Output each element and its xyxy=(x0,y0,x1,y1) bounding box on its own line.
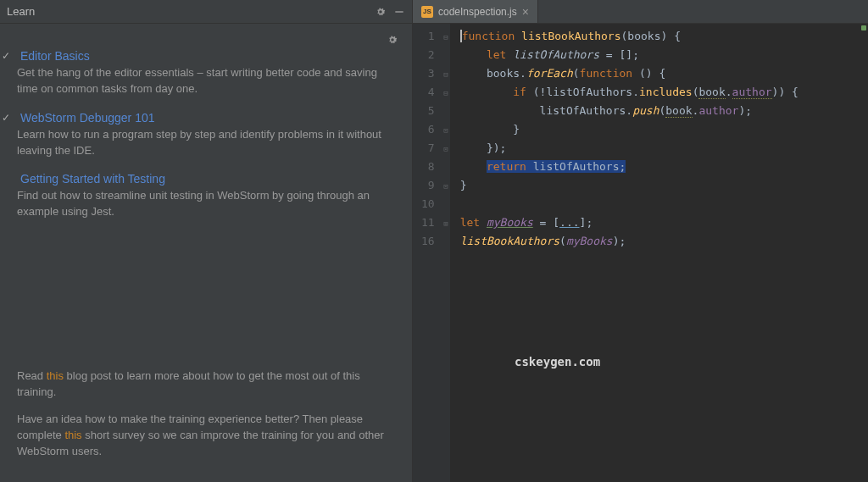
lesson-title-link[interactable]: WebStorm Debugger 101 xyxy=(20,111,155,125)
line-number: 10 xyxy=(421,197,435,210)
line-number: 6 xyxy=(428,123,435,136)
fold-end-icon[interactable]: ⊡ xyxy=(443,140,448,158)
survey-link[interactable]: this xyxy=(64,429,81,441)
code-line: } xyxy=(460,120,868,139)
lesson-title-link[interactable]: Getting Started with Testing xyxy=(20,172,165,186)
code-line: if (!listOfAuthors.includes(book.author)… xyxy=(460,83,868,102)
line-number: 7 xyxy=(428,141,435,154)
lesson-description: Learn how to run a program step by step … xyxy=(17,127,398,159)
gear-icon[interactable] xyxy=(375,6,387,18)
line-number: 8 xyxy=(428,160,435,173)
footer-text: Read this blog post to learn more about … xyxy=(17,368,398,401)
gutter: 1⊟ 2 3⊟ 4⊟ 5 6⊡ 7⊡ 8 9⊡ 10 11⊞ 16 xyxy=(413,24,450,482)
js-file-icon: JS xyxy=(421,6,433,18)
tab-label: codeInspection.js xyxy=(438,6,517,18)
learn-panel-body: ✓Editor BasicsGet the hang of the editor… xyxy=(0,24,412,482)
editor-panel: JS codeInspection.js × 1⊟ 2 3⊟ 4⊟ 5 6⊡ 7… xyxy=(413,0,868,482)
code-editor[interactable]: 1⊟ 2 3⊟ 4⊟ 5 6⊡ 7⊡ 8 9⊡ 10 11⊞ 16 functi… xyxy=(413,24,868,482)
lesson-item: Getting Started with TestingFind out how… xyxy=(17,172,398,220)
panel-sub-toolbar xyxy=(17,34,398,49)
editor-scrollbar[interactable] xyxy=(860,24,868,482)
footer-text: Have an idea how to make the training ex… xyxy=(17,412,398,460)
code-line: let listOfAuthors = []; xyxy=(460,46,868,64)
line-number: 5 xyxy=(428,104,435,117)
learn-panel: Learn ✓Editor BasicsGet the hang of the … xyxy=(0,0,413,482)
check-icon: ✓ xyxy=(2,50,14,62)
fold-icon[interactable]: ⊟ xyxy=(443,28,448,47)
code-line: listBookAuthors(myBooks); xyxy=(460,232,868,251)
lesson-description: Get the hang of the editor essentials – … xyxy=(17,65,398,97)
line-number: 3 xyxy=(428,67,435,80)
line-number: 4 xyxy=(428,86,435,98)
panel-title: Learn xyxy=(7,5,375,18)
fold-icon[interactable]: ⊞ xyxy=(443,214,448,233)
fold-end-icon[interactable]: ⊡ xyxy=(443,121,448,140)
check-icon: ✓ xyxy=(2,112,14,124)
minimize-icon[interactable] xyxy=(393,6,405,18)
blog-link[interactable]: this xyxy=(47,369,64,382)
code-line: books.forEach(function () { xyxy=(460,64,868,83)
code-line xyxy=(460,195,868,213)
fold-end-icon[interactable]: ⊡ xyxy=(443,177,448,196)
fold-icon[interactable]: ⊟ xyxy=(443,84,448,102)
lesson-list: ✓Editor BasicsGet the hang of the editor… xyxy=(17,49,398,234)
learn-panel-header: Learn xyxy=(0,0,412,24)
code-line: } xyxy=(460,176,868,195)
code-area[interactable]: function listBookAuthors(books) { let li… xyxy=(450,24,868,482)
code-line: let myBooks = [...]; xyxy=(460,213,868,232)
learn-footer: Read this blog post to learn more about … xyxy=(17,335,398,472)
gear-icon[interactable] xyxy=(387,34,398,46)
lesson-description: Find out how to streamline unit testing … xyxy=(17,188,398,220)
line-number: 11 xyxy=(421,216,435,229)
lesson-item: ✓WebStorm Debugger 101Learn how to run a… xyxy=(17,111,398,159)
code-line: return listOfAuthors; xyxy=(460,158,868,176)
fold-icon[interactable]: ⊟ xyxy=(443,65,448,84)
lesson-item: ✓Editor BasicsGet the hang of the editor… xyxy=(17,49,398,97)
tab-codeinspection[interactable]: JS codeInspection.js × xyxy=(413,0,538,23)
code-line: listOfAuthors.push(book.author); xyxy=(460,102,868,120)
watermark: cskeygen.com xyxy=(515,352,600,371)
footer-p1a: Read xyxy=(17,369,47,382)
line-number: 16 xyxy=(421,235,435,247)
scroll-marker xyxy=(861,25,866,30)
footer-p1b: blog post to learn more about how to get… xyxy=(17,369,360,398)
close-icon[interactable]: × xyxy=(522,5,529,19)
editor-tabbar: JS codeInspection.js × xyxy=(413,0,868,24)
line-number: 1 xyxy=(428,30,435,42)
line-number: 2 xyxy=(428,48,435,61)
lesson-title-link[interactable]: Editor Basics xyxy=(20,49,90,63)
line-number: 9 xyxy=(428,179,435,191)
code-line: function listBookAuthors(books) { xyxy=(460,27,868,46)
code-line: }); xyxy=(460,139,868,158)
